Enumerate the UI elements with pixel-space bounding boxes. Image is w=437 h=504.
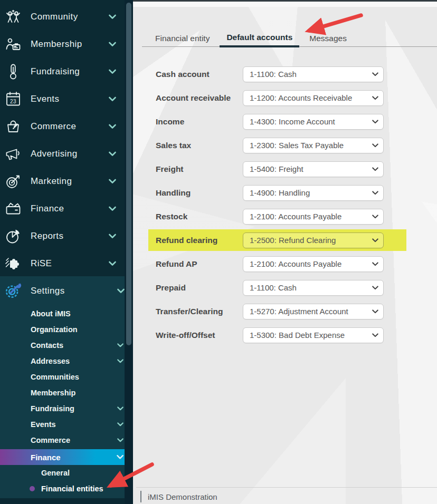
chevron-down-icon [109,234,116,239]
sidebar-item-label: Fundraising [31,66,80,77]
income-select[interactable]: 1-4300: Income Account [243,114,384,130]
settings-item-label: Finance [31,453,61,462]
sidebar-nav: CommunityMembershipFundraising23EventsCo… [0,3,125,277]
settings-item-addresses[interactable]: Addresses [0,353,133,369]
sidebar-bottom-fade [0,498,125,504]
sidebar-item-marketing[interactable]: Marketing [0,168,125,195]
sidebar-item-rise[interactable]: RiSE [0,250,125,277]
main-content: Financial entityDefault accountsMessages… [133,0,437,504]
events-icon: 23 [4,90,22,108]
field-label: Freight [156,164,243,174]
settings-item-fundraising[interactable]: Fundraising [0,401,133,416]
tab-messages[interactable]: Messages [302,29,354,47]
settings-item-communities[interactable]: Communities [0,369,133,385]
finance-item-general[interactable]: General [0,465,133,481]
marketing-icon [4,172,22,190]
settings-item-label: Commerce [31,436,70,444]
settings-item-commerce[interactable]: Commerce [0,432,133,448]
sidebar: CommunityMembershipFundraising23EventsCo… [0,0,133,504]
form-row-account-receivable: Account receivable1-1200: Accounts Recei… [156,86,425,110]
settings-item-label: Contacts [31,341,63,350]
sidebar-item-fundraising[interactable]: Fundraising [0,58,125,85]
sidebar-item-label: Reports [31,231,63,241]
field-label: Account receivable [156,93,243,103]
footer-bar [140,491,141,502]
chevron-down-icon [109,179,116,184]
sidebar-item-label: Community [31,12,78,22]
field-label: Sales tax [156,141,243,150]
chevron-down-icon [109,42,116,47]
field-label: Transfer/Clearing [156,307,243,316]
sidebar-scrollbar[interactable] [125,0,133,504]
tab-bar: Financial entityDefault accountsMessages [148,29,354,47]
sidebar-item-label: Marketing [31,176,72,187]
chevron-down-icon [117,343,124,347]
refund-ap-select[interactable]: 1-2100: Accounts Payable [243,256,384,272]
transfer-clearing-select[interactable]: 1-5270: Adjustment Account [243,304,384,319]
freight-select[interactable]: 1-5400: Freight [243,161,384,177]
cash-account-select[interactable]: 1-1100: Cash [243,66,384,82]
field-label: Restock [156,212,243,221]
account-receivable-select[interactable]: 1-1200: Accounts Receivable [243,90,384,106]
prepaid-select[interactable]: 1-1100: Cash [243,280,384,296]
tab-label: Messages [309,34,347,43]
sidebar-item-commerce[interactable]: Commerce [0,113,125,140]
sidebar-scrollbar-thumb[interactable] [126,3,131,345]
rise-icon [4,255,22,273]
field-label: Handling [156,188,243,198]
write-off-offset-select[interactable]: 1-5300: Bad Debt Expense [243,327,384,343]
sidebar-item-advertising[interactable]: Advertising [0,140,125,168]
form-row-restock: Restock1-2100: Accounts Payable [156,205,425,228]
settings-item-finance-active[interactable]: Finance [0,449,133,465]
settings-icon [3,280,24,302]
settings-item-contacts[interactable]: Contacts [0,337,133,353]
tab-default-accounts[interactable]: Default accounts [220,29,299,47]
sidebar-item-label: Commerce [31,121,76,132]
finance-item-label: Financial entities [41,484,103,493]
sidebar-item-finance[interactable]: Finance [0,195,125,222]
chevron-down-icon [109,96,116,102]
sidebar-item-label: Finance [31,203,64,214]
settings-item-label: Addresses [31,357,70,365]
sidebar-item-events[interactable]: 23Events [0,85,125,113]
restock-select[interactable]: 1-2100: Accounts Payable [243,209,384,225]
field-label: Refund clearing [156,236,243,245]
imis-settings-screen: CommunityMembershipFundraising23EventsCo… [0,0,437,504]
sidebar-item-label: Advertising [31,149,78,159]
sidebar-item-settings[interactable]: Settings [0,276,133,306]
fundraising-icon [4,63,22,81]
membership-icon [4,35,22,53]
commerce-icon [4,118,22,135]
chevron-down-icon [109,261,116,266]
settings-item-about-imis[interactable]: About iMIS [0,306,133,322]
sidebar-item-community[interactable]: Community [0,3,125,31]
sales-tax-select[interactable]: 1-2300: Sales Tax Payable [243,138,384,153]
form-row-refund-ap: Refund AP1-2100: Accounts Payable [156,252,425,276]
sidebar-item-membership[interactable]: Membership [0,31,125,58]
sidebar-item-reports[interactable]: Reports [0,222,125,250]
field-label: Cash account [156,70,243,79]
active-page-bullet [30,486,35,491]
top-light-band [133,2,437,7]
form-row-cash-account: Cash account1-1100: Cash [156,62,425,86]
field-label: Prepaid [156,283,243,293]
tab-financial-entity[interactable]: Financial entity [148,29,216,47]
settings-item-events[interactable]: Events [0,416,133,432]
settings-item-label: Events [31,420,56,429]
handling-select[interactable]: 1-4900: Handling [243,185,384,201]
footer-text: iMIS Demonstration [148,492,217,501]
settings-item-organization[interactable]: Organization [0,322,133,337]
chevron-down-icon [117,455,124,460]
field-label: Write-off/Offset [156,331,243,340]
settings-item-membership[interactable]: Membership [0,385,133,401]
settings-item-label: Membership [31,389,75,397]
chevron-down-icon [109,124,116,129]
chevron-down-icon [117,359,124,363]
settings-section: SettingsAbout iMISOrganizationContactsAd… [0,276,133,504]
tab-label: Financial entity [155,34,210,43]
form-row-prepaid: Prepaid1-1100: Cash [156,276,425,299]
refund-clearing-select[interactable]: 1-2500: Refund Clearing [243,232,384,248]
field-label: Income [156,117,243,127]
finance-item-financial-entities[interactable]: Financial entities [0,481,133,497]
default-accounts-form: Cash account1-1100: CashAccount receivab… [156,62,425,347]
